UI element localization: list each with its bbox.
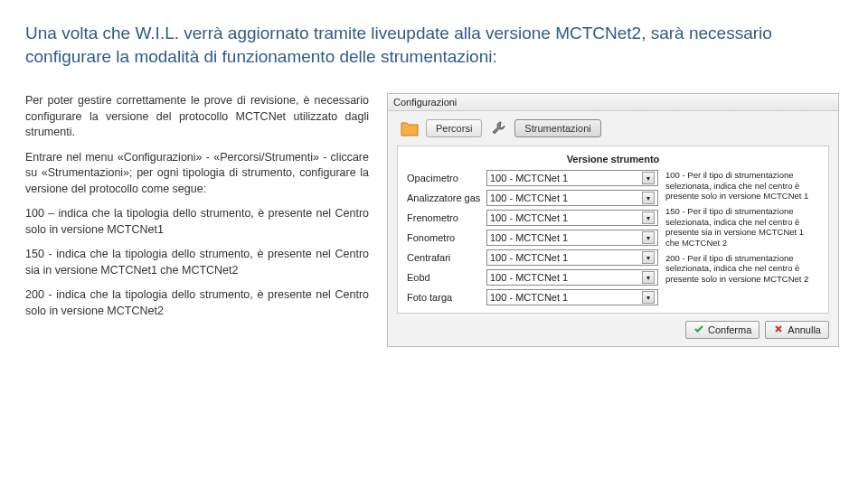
- version-panel: Versione strumento Opacimetro 100 - MCTC…: [397, 145, 829, 314]
- check-icon: [693, 324, 704, 336]
- chevron-down-icon: ▾: [642, 172, 655, 184]
- select-frenometro[interactable]: 100 - MCTCNet 1 ▾: [486, 210, 658, 226]
- dialog-title: Configurazioni: [393, 97, 457, 108]
- explanation-200: 200 - Per il tipo di strumentazione sele…: [665, 253, 819, 284]
- label-eobd: Eobd: [407, 272, 486, 283]
- label-opacimetro: Opacimetro: [407, 173, 486, 183]
- instructions-text: Per poter gestire correttamente le prove…: [25, 93, 369, 347]
- label-analizzatore: Analizzatore gas: [407, 192, 486, 203]
- tab-percorsi[interactable]: Percorsi: [426, 119, 482, 137]
- panel-heading: Versione strumento: [407, 154, 819, 164]
- paragraph-1: Per poter gestire correttamente le prove…: [25, 93, 369, 141]
- dialog-titlebar: Configurazioni: [388, 94, 838, 111]
- chevron-down-icon: ▾: [642, 251, 655, 264]
- label-frenometro: Frenometro: [407, 212, 486, 223]
- confirm-button[interactable]: Conferma: [685, 321, 760, 339]
- label-fototarga: Foto targa: [407, 292, 486, 303]
- label-fonometro: Fonometro: [407, 232, 486, 243]
- explanation-150: 150 - Per il tipo di strumentazione sele…: [665, 206, 819, 248]
- row-fototarga: Foto targa 100 - MCTCNet 1 ▾: [407, 289, 658, 305]
- paragraph-2: Entrare nel menu «Configurazioni» - «Per…: [25, 150, 369, 198]
- row-fonometro: Fonometro 100 - MCTCNet 1 ▾: [407, 230, 658, 246]
- chevron-down-icon: ▾: [642, 192, 655, 204]
- paragraph-4: 150 - indica che la tipologia dello stru…: [25, 247, 369, 278]
- explanation-100: 100 - Per il tipo di strumentazione sele…: [665, 170, 819, 201]
- folder-icon: [399, 118, 420, 138]
- page-heading: Una volta che W.I.L. verrà aggiornato tr…: [25, 22, 843, 68]
- select-centrafari[interactable]: 100 - MCTCNet 1 ▾: [486, 249, 658, 266]
- close-icon: [773, 324, 784, 336]
- paragraph-3: 100 – indica che la tipologia dello stru…: [25, 206, 369, 238]
- chevron-down-icon: ▾: [642, 231, 655, 244]
- select-fototarga[interactable]: 100 - MCTCNet 1 ▾: [486, 289, 658, 305]
- chevron-down-icon: ▾: [642, 271, 655, 284]
- paragraph-5: 200 - indica che la tipologia dello stru…: [25, 287, 369, 319]
- row-centrafari: Centrafari 100 - MCTCNet 1 ▾: [407, 249, 658, 266]
- config-dialog: Configurazioni Percorsi Strumentazioni V…: [387, 93, 839, 347]
- chevron-down-icon: ▾: [642, 211, 655, 224]
- select-fonometro[interactable]: 100 - MCTCNet 1 ▾: [486, 230, 658, 246]
- select-opacimetro[interactable]: 100 - MCTCNet 1 ▾: [486, 170, 658, 186]
- row-eobd: Eobd 100 - MCTCNet 1 ▾: [407, 269, 658, 286]
- tab-strumentazioni[interactable]: Strumentazioni: [514, 119, 600, 137]
- label-centrafari: Centrafari: [407, 252, 486, 263]
- wrench-icon: [487, 118, 509, 138]
- chevron-down-icon: ▾: [642, 291, 655, 304]
- select-analizzatore[interactable]: 100 - MCTCNet 1 ▾: [486, 190, 658, 206]
- row-opacimetro: Opacimetro 100 - MCTCNet 1 ▾: [407, 170, 658, 186]
- row-analizzatore: Analizzatore gas 100 - MCTCNet 1 ▾: [407, 190, 658, 206]
- explanation-column: 100 - Per il tipo di strumentazione sele…: [665, 170, 819, 309]
- row-frenometro: Frenometro 100 - MCTCNet 1 ▾: [407, 210, 658, 226]
- cancel-button[interactable]: Annulla: [765, 321, 829, 339]
- select-eobd[interactable]: 100 - MCTCNet 1 ▾: [486, 269, 658, 286]
